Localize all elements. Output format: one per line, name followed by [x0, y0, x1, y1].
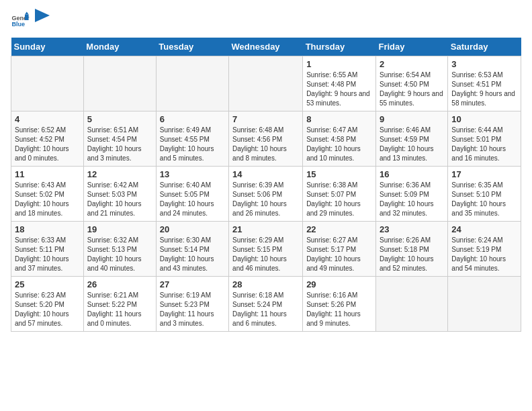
day-info: Sunrise: 6:36 AMSunset: 5:09 PMDaylight:… — [380, 181, 444, 218]
day-info: Sunrise: 6:40 AMSunset: 5:05 PMDaylight:… — [160, 181, 225, 218]
day-info: Sunrise: 6:16 AMSunset: 5:26 PMDaylight:… — [306, 291, 372, 328]
day-number: 24 — [451, 224, 517, 234]
day-info: Sunrise: 6:29 AMSunset: 5:15 PMDaylight:… — [232, 236, 299, 273]
day-info: Sunrise: 6:44 AMSunset: 5:01 PMDaylight:… — [451, 126, 517, 163]
day-number: 25 — [15, 279, 80, 289]
weekday-header-wednesday: Wednesday — [229, 38, 303, 56]
calendar-cell: 26Sunrise: 6:21 AMSunset: 5:22 PMDayligh… — [83, 277, 156, 332]
day-number: 14 — [232, 169, 299, 179]
day-info: Sunrise: 6:18 AMSunset: 5:24 PMDaylight:… — [232, 291, 299, 328]
day-info: Sunrise: 6:24 AMSunset: 5:19 PMDaylight:… — [451, 236, 517, 273]
calendar-cell: 14Sunrise: 6:39 AMSunset: 5:06 PMDayligh… — [229, 167, 303, 222]
calendar-cell: 25Sunrise: 6:23 AMSunset: 5:20 PMDayligh… — [11, 277, 84, 332]
calendar-cell: 22Sunrise: 6:27 AMSunset: 5:17 PMDayligh… — [303, 222, 376, 277]
day-number: 1 — [306, 59, 372, 69]
calendar-cell: 12Sunrise: 6:42 AMSunset: 5:03 PMDayligh… — [83, 167, 156, 222]
day-number: 8 — [306, 114, 372, 124]
day-number: 17 — [451, 169, 517, 179]
logo-flag-icon — [35, 9, 50, 29]
day-info: Sunrise: 6:35 AMSunset: 5:10 PMDaylight:… — [451, 181, 517, 218]
day-info: Sunrise: 6:30 AMSunset: 5:14 PMDaylight:… — [160, 236, 225, 273]
day-number: 28 — [232, 279, 299, 289]
day-number: 11 — [15, 169, 80, 179]
calendar-cell: 10Sunrise: 6:44 AMSunset: 5:01 PMDayligh… — [448, 111, 521, 167]
day-info: Sunrise: 6:33 AMSunset: 5:11 PMDaylight:… — [15, 236, 80, 273]
calendar-cell: 1Sunrise: 6:55 AMSunset: 4:48 PMDaylight… — [303, 56, 376, 111]
calendar-cell: 5Sunrise: 6:51 AMSunset: 4:54 PMDaylight… — [83, 111, 156, 167]
day-info: Sunrise: 6:47 AMSunset: 4:58 PMDaylight:… — [306, 126, 372, 163]
day-number: 10 — [451, 114, 517, 124]
svg-marker-2 — [25, 15, 29, 20]
calendar-cell: 11Sunrise: 6:43 AMSunset: 5:02 PMDayligh… — [11, 167, 84, 222]
calendar-cell: 27Sunrise: 6:19 AMSunset: 5:23 PMDayligh… — [156, 277, 228, 332]
day-info: Sunrise: 6:49 AMSunset: 4:55 PMDaylight:… — [160, 126, 225, 163]
day-info: Sunrise: 6:51 AMSunset: 4:54 PMDaylight:… — [87, 126, 152, 163]
svg-marker-3 — [25, 11, 29, 14]
calendar-cell — [448, 277, 521, 332]
day-info: Sunrise: 6:55 AMSunset: 4:48 PMDaylight:… — [306, 71, 372, 108]
calendar-cell — [156, 56, 228, 111]
calendar-cell: 19Sunrise: 6:32 AMSunset: 5:13 PMDayligh… — [83, 222, 156, 277]
weekday-header-saturday: Saturday — [448, 38, 521, 56]
calendar-cell: 29Sunrise: 6:16 AMSunset: 5:26 PMDayligh… — [303, 277, 376, 332]
week-row-3: 11Sunrise: 6:43 AMSunset: 5:02 PMDayligh… — [11, 167, 521, 222]
calendar-cell: 18Sunrise: 6:33 AMSunset: 5:11 PMDayligh… — [11, 222, 84, 277]
calendar-cell — [11, 56, 84, 111]
day-number: 23 — [380, 224, 444, 234]
day-info: Sunrise: 6:43 AMSunset: 5:02 PMDaylight:… — [15, 181, 80, 218]
day-number: 12 — [87, 169, 152, 179]
calendar-cell: 3Sunrise: 6:53 AMSunset: 4:51 PMDaylight… — [448, 56, 521, 111]
day-info: Sunrise: 6:26 AMSunset: 5:18 PMDaylight:… — [380, 236, 444, 273]
calendar-cell: 23Sunrise: 6:26 AMSunset: 5:18 PMDayligh… — [375, 222, 447, 277]
day-number: 4 — [15, 114, 80, 124]
day-number: 21 — [232, 224, 299, 234]
day-number: 9 — [380, 114, 444, 124]
day-info: Sunrise: 6:48 AMSunset: 4:56 PMDaylight:… — [232, 126, 299, 163]
day-number: 29 — [306, 279, 372, 289]
weekday-header-row: SundayMondayTuesdayWednesdayThursdayFrid… — [11, 38, 521, 56]
day-info: Sunrise: 6:32 AMSunset: 5:13 PMDaylight:… — [87, 236, 152, 273]
day-number: 22 — [306, 224, 372, 234]
day-number: 19 — [87, 224, 152, 234]
day-info: Sunrise: 6:54 AMSunset: 4:50 PMDaylight:… — [380, 71, 444, 108]
day-info: Sunrise: 6:19 AMSunset: 5:23 PMDaylight:… — [160, 291, 225, 328]
day-info: Sunrise: 6:52 AMSunset: 4:52 PMDaylight:… — [15, 126, 80, 163]
calendar-cell: 9Sunrise: 6:46 AMSunset: 4:59 PMDaylight… — [375, 111, 447, 167]
calendar-cell: 28Sunrise: 6:18 AMSunset: 5:24 PMDayligh… — [229, 277, 303, 332]
day-number: 18 — [15, 224, 80, 234]
calendar-cell: 16Sunrise: 6:36 AMSunset: 5:09 PMDayligh… — [375, 167, 447, 222]
calendar-table: SundayMondayTuesdayWednesdayThursdayFrid… — [11, 38, 521, 332]
calendar-cell: 2Sunrise: 6:54 AMSunset: 4:50 PMDaylight… — [375, 56, 447, 111]
day-info: Sunrise: 6:46 AMSunset: 4:59 PMDaylight:… — [380, 126, 444, 163]
weekday-header-thursday: Thursday — [303, 38, 376, 56]
day-number: 26 — [87, 279, 152, 289]
calendar-cell: 20Sunrise: 6:30 AMSunset: 5:14 PMDayligh… — [156, 222, 228, 277]
day-info: Sunrise: 6:21 AMSunset: 5:22 PMDaylight:… — [87, 291, 152, 328]
day-info: Sunrise: 6:23 AMSunset: 5:20 PMDaylight:… — [15, 291, 80, 328]
day-info: Sunrise: 6:42 AMSunset: 5:03 PMDaylight:… — [87, 181, 152, 218]
day-info: Sunrise: 6:53 AMSunset: 4:51 PMDaylight:… — [451, 71, 517, 108]
day-number: 27 — [160, 279, 225, 289]
calendar-cell: 24Sunrise: 6:24 AMSunset: 5:19 PMDayligh… — [448, 222, 521, 277]
day-number: 16 — [380, 169, 444, 179]
week-row-4: 18Sunrise: 6:33 AMSunset: 5:11 PMDayligh… — [11, 222, 521, 277]
day-number: 2 — [380, 59, 444, 69]
calendar-cell: 4Sunrise: 6:52 AMSunset: 4:52 PMDaylight… — [11, 111, 84, 167]
calendar-cell: 6Sunrise: 6:49 AMSunset: 4:55 PMDaylight… — [156, 111, 228, 167]
weekday-header-tuesday: Tuesday — [156, 38, 228, 56]
weekday-header-friday: Friday — [375, 38, 447, 56]
calendar-cell: 8Sunrise: 6:47 AMSunset: 4:58 PMDaylight… — [303, 111, 376, 167]
calendar-cell — [83, 56, 156, 111]
week-row-5: 25Sunrise: 6:23 AMSunset: 5:20 PMDayligh… — [11, 277, 521, 332]
day-number: 6 — [160, 114, 225, 124]
logo-icon: General Blue — [11, 11, 30, 30]
week-row-1: 1Sunrise: 6:55 AMSunset: 4:48 PMDaylight… — [11, 56, 521, 111]
calendar-cell — [229, 56, 303, 111]
day-number: 3 — [451, 59, 517, 69]
weekday-header-monday: Monday — [83, 38, 156, 56]
day-info: Sunrise: 6:27 AMSunset: 5:17 PMDaylight:… — [306, 236, 372, 273]
day-number: 13 — [160, 169, 225, 179]
weekday-header-sunday: Sunday — [11, 38, 84, 56]
day-info: Sunrise: 6:38 AMSunset: 5:07 PMDaylight:… — [306, 181, 372, 218]
calendar-cell — [375, 277, 447, 332]
